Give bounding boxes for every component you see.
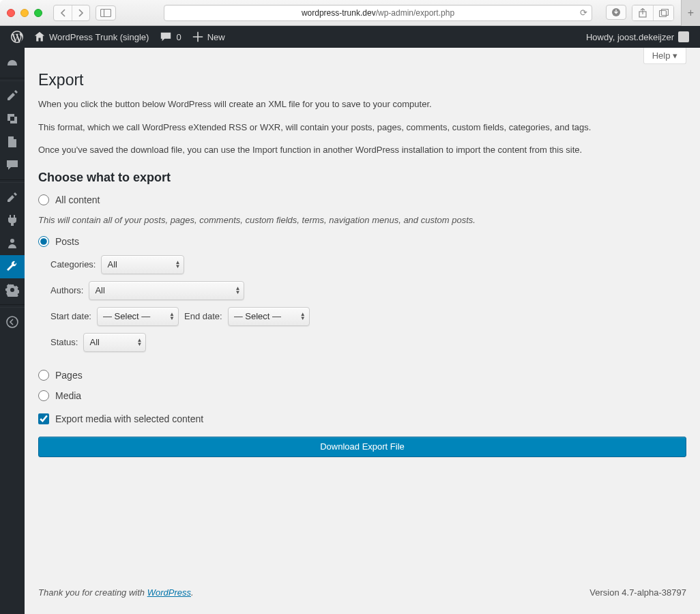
menu-appearance[interactable] [0,186,25,209]
window-controls [7,9,42,17]
downloads-button[interactable] [606,5,626,20]
avatar [678,31,689,42]
footer-thanks-suffix: . [191,587,194,598]
content-area: Help ▾ Export When you click the button … [25,48,700,614]
all-content-desc: This will contain all of your posts, pag… [38,215,686,225]
wp-logo-menu[interactable] [5,26,29,48]
url-host: wordpress-trunk.dev [302,8,376,18]
footer-thanks-prefix: Thank you for creating with [38,587,147,598]
howdy-text: Howdy, joost.dekeijzer [586,32,674,42]
forward-button[interactable] [72,5,89,20]
download-export-button[interactable]: Download Export File [38,437,686,457]
browser-toolbar: wordpress-trunk.dev/wp-admin/export.php … [0,0,700,26]
menu-dashboard[interactable] [0,52,25,75]
menu-posts[interactable] [0,84,25,107]
authors-label: Authors: [50,285,83,295]
post-filters: Categories: All ▲▼ Authors: All ▲▼ [38,255,686,359]
svg-rect-5 [661,9,668,15]
new-tab-button[interactable]: + [681,0,700,26]
footer-version: Version 4.7-alpha-38797 [589,587,686,598]
page-title: Export [38,71,686,89]
comments-menu[interactable]: 0 [154,26,186,48]
intro-p3: Once you've saved the download file, you… [38,143,618,157]
url-path: /wp-admin/export.php [376,8,454,18]
footer-wordpress-link[interactable]: WordPress [147,587,191,598]
label-export-media: Export media with selected content [55,413,203,424]
end-date-select[interactable]: — Select — [228,307,310,326]
admin-menu [0,48,25,614]
close-window-button[interactable] [7,9,15,17]
choose-heading: Choose what to export [38,171,686,185]
checkbox-export-media[interactable] [38,413,49,424]
categories-label: Categories: [50,259,96,269]
maximize-window-button[interactable] [34,9,42,17]
reload-icon[interactable]: ⟳ [580,8,587,18]
back-button[interactable] [54,5,72,20]
menu-comments[interactable] [0,154,25,177]
svg-point-6 [7,317,18,327]
categories-select[interactable]: All [101,255,184,274]
label-pages: Pages [55,370,83,381]
svg-rect-4 [659,10,666,16]
radio-media[interactable] [38,390,49,401]
share-button[interactable] [632,5,653,20]
status-label: Status: [50,337,78,347]
end-date-label: End date: [184,311,222,321]
url-bar[interactable]: wordpress-trunk.dev/wp-admin/export.php … [164,5,592,21]
menu-collapse[interactable] [0,310,25,334]
menu-plugins[interactable] [0,209,25,232]
site-title: WordPress Trunk (single) [49,32,149,42]
label-all-content: All content [55,194,100,205]
radio-posts[interactable] [38,236,49,247]
sidebar-toggle-button[interactable] [96,5,116,20]
radio-all-content[interactable] [38,194,49,205]
new-label: New [207,32,225,42]
admin-bar: WordPress Trunk (single) 0 New Howdy, jo… [0,26,700,48]
footer: Thank you for creating with WordPress. V… [38,576,686,614]
start-date-label: Start date: [50,311,91,321]
site-name-menu[interactable]: WordPress Trunk (single) [29,26,154,48]
comment-count: 0 [176,32,181,42]
menu-pages[interactable] [0,130,25,154]
nav-back-forward [53,5,90,21]
intro-p1: When you click the button below WordPres… [38,98,618,111]
help-tab[interactable]: Help ▾ [643,48,686,64]
authors-select[interactable]: All [89,281,244,300]
new-content-menu[interactable]: New [187,26,231,48]
minimize-window-button[interactable] [20,9,29,17]
svg-rect-0 [101,9,111,16]
menu-media[interactable] [0,107,25,130]
label-posts: Posts [55,236,79,247]
menu-users[interactable] [0,232,25,255]
menu-settings[interactable] [0,278,25,302]
intro-p2: This format, which we call WordPress eXt… [38,121,618,134]
start-date-select[interactable]: — Select — [97,307,179,326]
account-menu[interactable]: Howdy, joost.dekeijzer [581,26,695,48]
radio-pages[interactable] [38,370,49,381]
menu-tools[interactable] [0,255,25,278]
status-select[interactable]: All [83,333,146,352]
tabs-button[interactable] [653,5,673,20]
label-media: Media [55,390,81,401]
